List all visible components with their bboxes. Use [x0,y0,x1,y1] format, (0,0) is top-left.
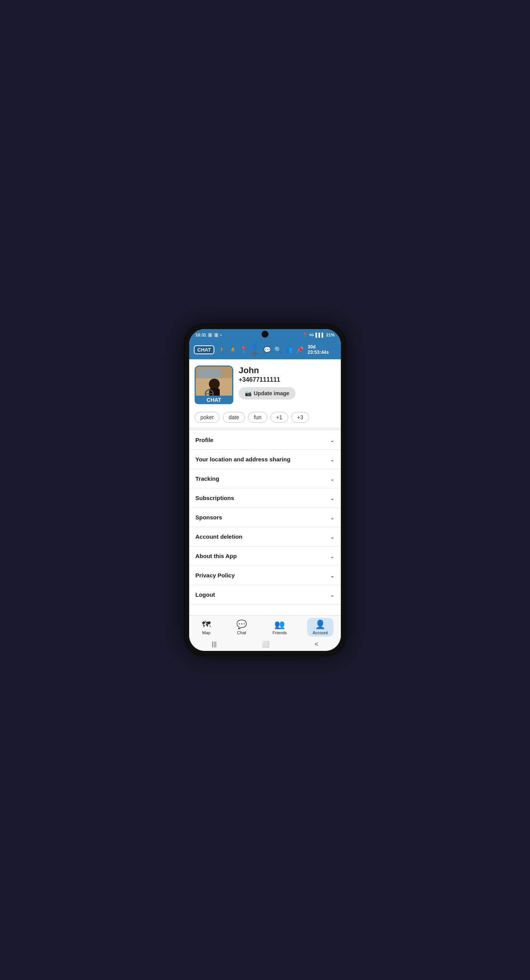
info-icon-1: ℹ️ [208,333,212,337]
app-bar-timer: 30d 23:53:44s [308,344,336,355]
menu-item-about[interactable]: About this App ⌄ [189,546,341,566]
system-nav: ||| ⬜ < [189,638,341,651]
menu-item-logout[interactable]: Logout ⌄ [189,585,341,604]
chevron-profile: ⌄ [330,437,335,443]
bottom-spacer [189,604,341,615]
menu-label-account-deletion: Account deletion [195,533,243,540]
menu-label-tracking: Tracking [195,475,219,482]
network-badge: 5G [309,333,314,337]
chevron-location: ⌄ [330,456,335,463]
menu-item-location[interactable]: Your location and address sharing ⌄ [189,450,341,469]
location-pin-icon[interactable]: 📍 [240,346,248,353]
update-image-button[interactable]: 📷 Update image [239,387,296,400]
chevron-tracking: ⌄ [330,476,335,482]
nav-label-account: Account [313,630,328,635]
menu-item-profile[interactable]: Profile ⌄ [189,430,341,450]
chevron-account-deletion: ⌄ [330,534,335,540]
menu-label-logout: Logout [195,591,215,598]
app-bar-icons: 🚶 🧍 📍 👤➕ 💬 🔍 👥 📌 [218,342,304,357]
chevron-about: ⌄ [330,553,335,559]
nav-item-friends[interactable]: 👥 Friends [267,618,292,637]
menu-label-sponsors: Sponsors [195,514,222,521]
person-walking-icon[interactable]: 🧍 [229,346,237,353]
menu-label-about: About this App [195,553,237,559]
search-person-icon[interactable]: 🔍 [274,346,282,353]
menu-label-location: Your location and address sharing [195,456,291,463]
menu-item-privacy[interactable]: Privacy Policy ⌄ [189,566,341,585]
status-right: 📍 5G ▌▌▌ 21% [303,333,335,338]
profile-image-wrap: CHAT [195,365,233,404]
add-person-icon[interactable]: 👤➕ [251,342,260,357]
chevron-sponsors: ⌄ [330,514,335,521]
menu-label-subscriptions: Subscriptions [195,495,234,501]
dot-icon: • [220,333,222,337]
battery-text: 21% [326,333,335,337]
sys-back-icon[interactable]: < [315,641,318,648]
signal-bars: ▌▌▌ [316,333,325,337]
tag-plus1[interactable]: +1 [270,412,288,423]
profile-header: CHAT John +34677111111 📷 Update image [189,359,341,409]
menu-item-tracking[interactable]: Tracking ⌄ [189,469,341,488]
menu-item-sponsors[interactable]: Sponsors ⌄ [189,508,341,527]
tag-poker[interactable]: poker [195,412,220,423]
tags-section: poker date fun +1 +3 [189,409,341,427]
tag-date[interactable]: date [223,412,245,423]
phone-screen: 10:31 ℹ️ ℹ️ • 📍 5G ▌▌▌ 21% CHAT 🚶 🧍 📍 👤➕… [189,329,341,651]
map-pin-icon[interactable]: 📌 [296,346,304,353]
profile-info: John +34677111111 📷 Update image [239,365,335,400]
nav-item-account[interactable]: 👤 Account [307,618,333,637]
sys-home-icon[interactable]: ⬜ [262,640,270,648]
bottom-nav: 🗺 Map 💬 Chat 👥 Friends 👤 Account [189,615,341,638]
group-search-icon[interactable]: 👥 [285,346,293,353]
phone-frame: 10:31 ℹ️ ℹ️ • 📍 5G ▌▌▌ 21% CHAT 🚶 🧍 📍 👤➕… [184,324,346,656]
tag-fun[interactable]: fun [248,412,267,423]
menu-label-profile: Profile [195,437,214,443]
person-standing-icon[interactable]: 🚶 [218,346,226,353]
chevron-subscriptions: ⌄ [330,495,335,501]
svg-point-3 [209,379,220,389]
nav-item-map[interactable]: 🗺 Map [197,618,216,637]
menu-item-account-deletion[interactable]: Account deletion ⌄ [189,527,341,546]
profile-name: John [239,365,335,376]
nav-label-map: Map [202,630,210,635]
update-image-label: Update image [254,390,289,396]
status-left: 10:31 ℹ️ ℹ️ • [195,333,222,337]
svg-rect-2 [198,369,221,378]
tag-plus3[interactable]: +3 [291,412,309,423]
chat-nav-icon: 💬 [236,620,247,630]
info-icon-2: ℹ️ [214,333,219,337]
chat-badge[interactable]: CHAT [194,345,214,354]
app-bar: CHAT 🚶 🧍 📍 👤➕ 💬 🔍 👥 📌 30d 23:53:44s [189,340,341,359]
status-time: 10:31 [195,333,206,337]
message-icon[interactable]: 💬 [263,346,271,353]
friends-nav-icon: 👥 [274,620,285,630]
camera-notch [262,331,268,338]
account-nav-icon: 👤 [315,620,325,630]
profile-phone: +34677111111 [239,376,335,383]
nav-label-chat: Chat [237,630,246,635]
sys-menu-icon[interactable]: ||| [212,641,216,648]
nav-label-friends: Friends [273,630,287,635]
main-content: CHAT [189,359,341,615]
nav-item-chat[interactable]: 💬 Chat [231,618,252,637]
location-icon: 📍 [303,333,308,338]
menu-label-privacy: Privacy Policy [195,572,235,579]
camera-icon: 📷 [245,390,251,396]
menu-section: Profile ⌄ Your location and address shar… [189,430,341,604]
profile-chat-overlay: CHAT [195,396,233,404]
chevron-privacy: ⌄ [330,572,335,579]
chevron-logout: ⌄ [330,592,335,598]
status-bar: 10:31 ℹ️ ℹ️ • 📍 5G ▌▌▌ 21% [189,329,341,340]
section-divider-1 [189,427,341,430]
map-nav-icon: 🗺 [202,620,210,630]
menu-item-subscriptions[interactable]: Subscriptions ⌄ [189,488,341,508]
